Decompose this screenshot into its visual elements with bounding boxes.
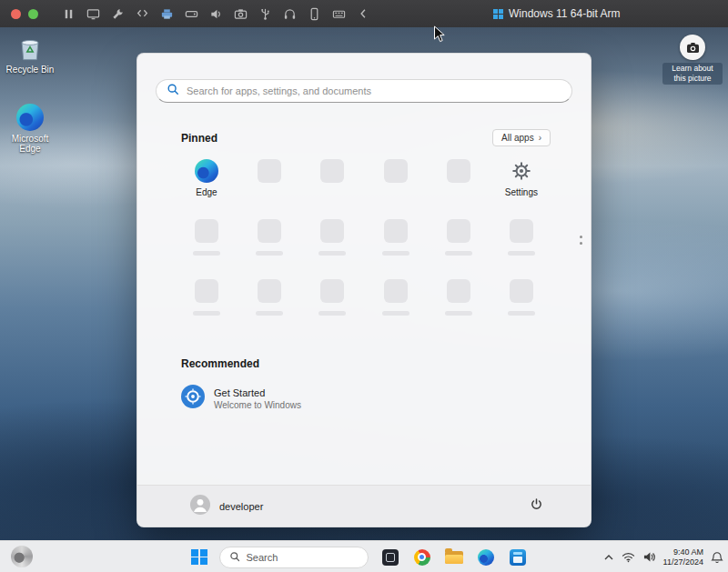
- vm-window-title: Windows 11 64-bit Arm: [493, 0, 621, 27]
- drive-icon[interactable]: [185, 7, 198, 21]
- edge-icon: [478, 549, 494, 566]
- display-icon[interactable]: [86, 7, 100, 21]
- camera-icon[interactable]: [234, 7, 248, 21]
- recommended-item-title: Get Started: [214, 387, 301, 398]
- desktop-wallpaper: Recycle Bin Microsoft Edge Learn about t…: [0, 27, 728, 540]
- usb-icon[interactable]: [258, 7, 272, 21]
- screen: Windows 11 64-bit Arm Recycle Bin Micros…: [0, 0, 728, 572]
- recommended-item-get-started[interactable]: Get Started Welcome to Windows: [181, 385, 301, 412]
- windows-logo-icon: [493, 9, 503, 19]
- pinned-app-placeholder: [177, 279, 236, 339]
- pinned-heading: Pinned: [181, 132, 217, 145]
- pinned-app-placeholder: [303, 279, 361, 339]
- learn-about-label: Learn about this picture: [662, 63, 723, 85]
- pinned-app-placeholder: [430, 279, 488, 339]
- all-apps-button[interactable]: All apps ›: [492, 129, 551, 146]
- camera-badge-icon: [680, 35, 705, 60]
- clock-time: 9:40 AM: [663, 547, 703, 557]
- desktop-icon-recycle-bin[interactable]: Recycle Bin: [2, 33, 58, 75]
- store-button[interactable]: [508, 546, 528, 569]
- pinned-app-placeholder: [367, 219, 425, 279]
- desktop-icon-microsoft-edge[interactable]: Microsoft Edge: [2, 102, 58, 154]
- gear-icon: [510, 159, 533, 183]
- pinned-app-settings[interactable]: Settings: [492, 159, 551, 219]
- pinned-app-placeholder: [240, 219, 298, 279]
- clock-date: 11/27/2024: [663, 557, 703, 567]
- back-chevron-icon[interactable]: [357, 7, 370, 21]
- pinned-app-placeholder: [177, 219, 236, 279]
- phone-icon[interactable]: [308, 7, 321, 21]
- edge-icon: [195, 159, 218, 183]
- start-search-box[interactable]: [156, 79, 572, 103]
- pinned-app-placeholder: [367, 159, 425, 219]
- pause-icon[interactable]: [62, 7, 76, 21]
- chevron-right-icon: ›: [539, 133, 541, 143]
- taskbar-search-label: Search: [247, 552, 278, 563]
- window-controls: [11, 9, 38, 19]
- pinned-app-placeholder: [303, 159, 361, 219]
- printer-icon[interactable]: [160, 7, 174, 21]
- pinned-app-placeholder: [430, 219, 488, 279]
- keyboard-icon[interactable]: [332, 7, 346, 21]
- pinned-page-indicator[interactable]: [580, 236, 582, 245]
- speaker-icon[interactable]: [209, 7, 223, 21]
- pinned-app-placeholder: [492, 279, 551, 339]
- start-button[interactable]: [191, 549, 207, 566]
- task-view-icon: [382, 549, 399, 566]
- start-menu: Pinned All apps › Edge: [136, 53, 592, 527]
- recommended-heading: Recommended: [181, 357, 259, 370]
- nav-arrows-icon[interactable]: [136, 7, 149, 21]
- user-profile-button[interactable]: developer: [190, 495, 263, 518]
- network-icon[interactable]: [622, 552, 635, 563]
- desktop-icon-label: Recycle Bin: [6, 65, 55, 75]
- pinned-app-placeholder: [492, 219, 551, 279]
- clock[interactable]: 9:40 AM 11/27/2024: [663, 547, 703, 567]
- recycle-bin-icon: [17, 33, 43, 62]
- pinned-apps-grid: Edge Settings: [177, 159, 551, 339]
- tray-chevron-up[interactable]: [603, 554, 614, 561]
- start-search-input[interactable]: [187, 85, 561, 96]
- task-view-button[interactable]: [380, 546, 400, 569]
- start-menu-footer: developer: [137, 485, 591, 527]
- edge-icon: [16, 102, 44, 131]
- learn-about-picture[interactable]: Learn about this picture: [662, 35, 723, 85]
- get-started-icon: [181, 385, 205, 412]
- search-icon: [167, 83, 179, 99]
- notification-bell-icon[interactable]: [711, 551, 723, 564]
- volume-icon[interactable]: [642, 551, 656, 563]
- wrench-icon[interactable]: [111, 7, 125, 21]
- edge-gray-swirl-icon: [11, 546, 33, 567]
- headset-icon[interactable]: [283, 7, 297, 21]
- power-button[interactable]: [530, 497, 543, 515]
- close-button[interactable]: [11, 9, 21, 19]
- zoom-button[interactable]: [28, 9, 38, 19]
- chrome-button[interactable]: [412, 546, 432, 569]
- pinned-app-placeholder: [240, 279, 298, 339]
- taskbar-search[interactable]: Search: [219, 547, 369, 568]
- pinned-app-placeholder: [430, 159, 488, 219]
- pinned-app-edge[interactable]: Edge: [177, 159, 236, 219]
- taskbar: Search 9:40 AM 11/27/2024: [0, 540, 728, 572]
- chrome-icon: [414, 549, 430, 566]
- vm-toolbar: Windows 11 64-bit Arm: [0, 0, 728, 27]
- file-explorer-button[interactable]: [444, 546, 464, 569]
- avatar: [190, 495, 210, 518]
- search-icon: [229, 551, 240, 564]
- pinned-app-placeholder: [303, 219, 361, 279]
- desktop-icon-label: Microsoft Edge: [2, 134, 58, 154]
- pinned-app-placeholder: [240, 159, 298, 219]
- store-icon: [510, 549, 526, 566]
- pinned-app-placeholder: [367, 279, 425, 339]
- folder-icon: [445, 550, 463, 564]
- user-name: developer: [219, 501, 263, 512]
- recommended-item-subtitle: Welcome to Windows: [214, 400, 301, 410]
- edge-button[interactable]: [476, 546, 496, 569]
